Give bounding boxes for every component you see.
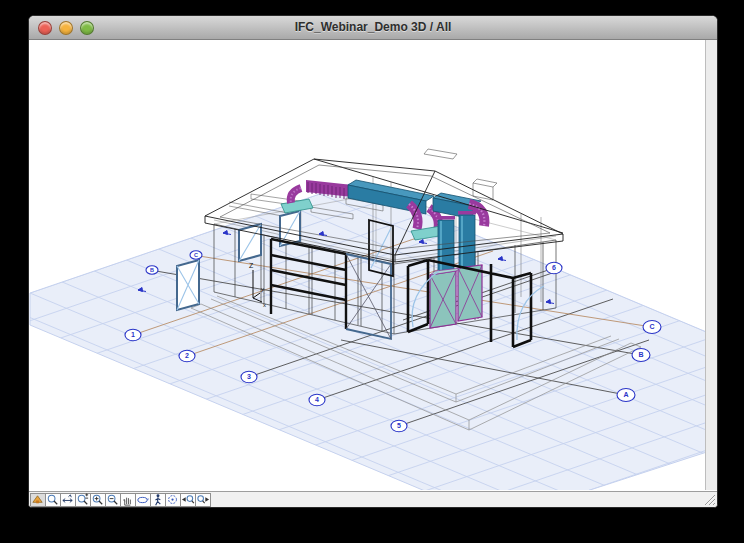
zoom-button[interactable] [45,493,61,507]
ahu-unit [430,265,482,328]
3d-viewport[interactable]: Z x y 123456CBACB [29,40,717,490]
svg-text:C: C [649,323,654,330]
model-view-options-icon [31,493,45,507]
grid-bubble: 2 [179,350,195,362]
grid-bubble: 1 [125,329,141,341]
hand-pan-button[interactable] [120,493,136,507]
svg-text:y: y [261,286,264,292]
window-title: IFC_Webinar_Demo 3D / All [29,16,717,39]
svg-text:C: C [194,252,198,258]
grid-bubble: 6 [546,262,562,274]
grid-bubble: C [643,321,661,334]
svg-text:2: 2 [185,352,189,359]
svg-text:3: 3 [247,373,251,380]
window-titlebar[interactable]: IFC_Webinar_Demo 3D / All [29,16,717,40]
svg-text:B: B [638,351,643,358]
next-view-button[interactable] [195,493,211,507]
reduce-zoom-button[interactable] [105,493,121,507]
next-view-icon [196,493,210,507]
svg-text:B: B [150,267,154,273]
svg-text:5: 5 [397,422,401,429]
svg-text:1: 1 [131,331,135,338]
grid-bubble: B [146,266,158,275]
increase-zoom-button[interactable] [90,493,106,507]
previous-view-button[interactable] [180,493,196,507]
desktop: IFC_Webinar_Demo 3D / All [0,0,744,543]
bottom-navigation-toolbar [29,491,717,507]
3d-model-view: Z x y 123456CBACB [29,40,717,490]
look-around-button[interactable] [165,493,181,507]
grid-bubble: 4 [309,394,325,406]
increase-zoom-icon [91,493,105,507]
explore-icon [151,493,165,507]
grid-bubble: 5 [391,420,407,432]
zoom-icon [46,493,60,507]
explore-button[interactable] [150,493,166,507]
reduce-zoom-icon [106,493,120,507]
pan-icon [61,493,75,507]
svg-text:4: 4 [315,396,319,403]
resize-grip[interactable] [702,492,716,506]
app-window: IFC_Webinar_Demo 3D / All [28,15,718,508]
svg-text:A: A [623,391,628,398]
svg-text:x: x [263,302,266,308]
orbit-button[interactable] [135,493,151,507]
previous-view-icon [181,493,195,507]
model-view-options-button[interactable] [30,493,46,507]
svg-text:6: 6 [552,264,556,271]
orbit-icon [136,493,150,507]
look-around-icon [166,493,180,507]
hand-pan-icon [121,493,135,507]
grid-bubble: A [617,389,635,402]
grid-bubble: 3 [241,371,257,383]
zoom-in-out-icon [76,493,90,507]
grid-bubble: C [190,251,202,260]
pan-button[interactable] [60,493,76,507]
zoom-in-out-button[interactable] [75,493,91,507]
vertical-scrollbar[interactable] [705,40,717,490]
grid-bubble: B [632,349,650,362]
svg-text:Z: Z [249,262,254,269]
